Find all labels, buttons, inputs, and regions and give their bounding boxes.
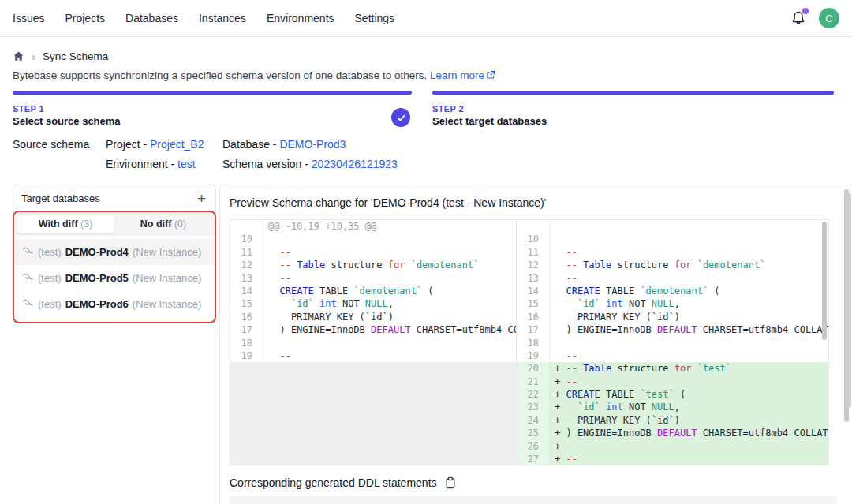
diff-line: 22+ CREATE TABLE `test` ( — [517, 388, 828, 401]
diff-line: 16 PRIMARY KEY (`id`) — [517, 311, 828, 323]
environment-link[interactable]: test — [178, 158, 196, 170]
line-number: 16 — [230, 311, 263, 323]
step-1-title: Select source schema — [13, 115, 412, 127]
db-environment: (test) — [38, 272, 62, 284]
window-scrollbar[interactable] — [846, 193, 851, 408]
breadcrumb: › Sync Schema — [13, 50, 839, 62]
line-number: 19 — [517, 349, 550, 362]
code-content: PRIMARY KEY (`id`) — [263, 311, 516, 323]
line-number: 17 — [517, 323, 550, 336]
line-number: 14 — [230, 285, 263, 297]
database-link[interactable]: DEMO-Prod3 — [279, 138, 346, 151]
clipboard-icon[interactable] — [444, 476, 457, 489]
code-content: `id` int NOT NULL, — [263, 297, 516, 310]
line-number: 17 — [230, 323, 263, 336]
step-2-label: STEP 2 — [432, 104, 834, 114]
diff-line: 17 ) ENGINE=InnoDB DEFAULT CHARSET=utf8m… — [517, 323, 828, 336]
code-content: @@ -10,19 +10,35 @@ — [263, 220, 516, 233]
source-schema-version-field: Schema version - 20230426121923 — [222, 158, 839, 170]
step-1: STEP 1 Select source schema — [13, 91, 412, 127]
no-diff-count: (0) — [174, 218, 186, 230]
target-databases-header: Target databases + — [13, 185, 215, 211]
step-indicator: STEP 1 Select source schema STEP 2 Selec… — [13, 91, 834, 127]
diff-line: 17 ) ENGINE=InnoDB DEFAULT CHARSET=utf8m… — [230, 323, 516, 336]
diff-line: 18 — [517, 337, 828, 349]
line-number — [230, 220, 263, 233]
code-content: ) ENGINE=InnoDB DEFAULT CHARSET=utf8mb4 … — [550, 323, 828, 336]
target-databases-title: Target databases — [21, 192, 100, 204]
intro-text: Bytebase supports synchronizing a specif… — [13, 69, 839, 81]
main-content: Target databases + With diff (3) No diff… — [13, 185, 838, 504]
code-content: -- Table structure for `demotenant` — [263, 259, 516, 271]
schema-diff-editor[interactable]: @@ -10,19 +10,35 @@1011 --12 -- Table st… — [230, 219, 829, 465]
code-content: + ) ENGINE=InnoDB DEFAULT CHARSET=utf8mb… — [550, 427, 828, 439]
diff-line: 11 -- — [230, 246, 516, 259]
nav-item-settings[interactable]: Settings — [355, 12, 395, 24]
home-icon[interactable] — [13, 50, 24, 62]
code-content: + -- — [550, 453, 828, 465]
diff-line: 13 -- — [517, 272, 828, 285]
db-instance-suffix: (New Instance) — [133, 298, 201, 310]
db-name: DEMO-Prod6 — [65, 298, 129, 310]
target-database-item[interactable]: (test) DEMO-Prod4 (New Instance) — [14, 239, 215, 265]
diff-line: 11 -- — [517, 246, 828, 259]
step-2-title: Select target databases — [432, 115, 834, 127]
nav-item-instances[interactable]: Instances — [199, 12, 246, 24]
mysql-icon — [22, 272, 34, 284]
diff-line: 21+ -- — [517, 375, 828, 388]
diff-line: 14 CREATE TABLE `demotenant` ( — [517, 285, 828, 297]
tab-with-diff[interactable]: With diff (3) — [17, 215, 114, 233]
diff-line: 16 PRIMARY KEY (`id`) — [230, 311, 516, 323]
nav-items: Issues Projects Databases Instances Envi… — [13, 12, 394, 24]
target-database-item[interactable]: (test) DEMO-Prod6 (New Instance) — [14, 291, 215, 317]
line-number: 13 — [230, 272, 263, 285]
code-content: -- — [263, 272, 516, 285]
add-target-database-button[interactable]: + — [196, 191, 207, 206]
nav-item-issues[interactable]: Issues — [13, 12, 44, 24]
db-instance-suffix: (New Instance) — [133, 272, 201, 284]
line-number: 10 — [517, 233, 550, 245]
step-1-bar — [13, 91, 412, 95]
diff-line: 23+ `id` int NOT NULL, — [517, 401, 828, 413]
nav-item-databases[interactable]: Databases — [125, 12, 178, 24]
source-database-field: Database - DEMO-Prod3 — [222, 138, 839, 151]
diff-line: @@ -10,19 +10,35 @@ — [230, 220, 516, 233]
notification-bell-button[interactable] — [790, 10, 806, 26]
line-number: 11 — [230, 246, 263, 259]
with-diff-count: (3) — [80, 218, 92, 230]
code-content: CREATE TABLE `demotenant` ( — [263, 285, 516, 297]
db-instance-suffix: (New Instance) — [133, 246, 201, 258]
code-content: ) ENGINE=InnoDB DEFAULT CHARSET=utf8mb4 … — [263, 323, 516, 336]
diff-line: 27+ -- — [517, 453, 828, 465]
avatar[interactable]: C — [819, 8, 839, 28]
diff-line: 14 CREATE TABLE `demotenant` ( — [230, 285, 516, 297]
target-databases-panel: Target databases + With diff (3) No diff… — [13, 185, 216, 323]
code-content: CREATE TABLE `demotenant` ( — [550, 285, 828, 297]
code-content — [263, 337, 516, 349]
tab-no-diff[interactable]: No diff (0) — [114, 215, 212, 233]
schema-version-link[interactable]: 20230426121923 — [312, 158, 398, 170]
diff-line: 19 -- — [230, 349, 516, 362]
project-link[interactable]: Project_B2 — [150, 138, 204, 151]
nav-item-environments[interactable]: Environments — [267, 12, 334, 24]
line-number: 15 — [517, 297, 550, 310]
target-databases-highlight-box: With diff (3) No diff (0) (test) DEMO-Pr… — [13, 211, 216, 323]
diff-line: 18 — [230, 337, 516, 349]
line-number: 12 — [230, 259, 263, 271]
nav-right: C — [790, 8, 839, 28]
line-number: 22 — [517, 388, 550, 401]
line-number: 10 — [230, 233, 263, 245]
step-1-complete-badge — [391, 108, 410, 127]
external-link-icon — [486, 70, 495, 80]
nav-item-projects[interactable]: Projects — [65, 12, 105, 24]
learn-more-link[interactable]: Learn more — [430, 69, 495, 81]
db-environment: (test) — [38, 246, 62, 258]
editor-scrollbar[interactable] — [822, 222, 827, 340]
line-number: 11 — [517, 246, 550, 259]
line-number: 27 — [517, 453, 550, 465]
target-database-item[interactable]: (test) DEMO-Prod5 (New Instance) — [14, 265, 215, 291]
diff-line: 10 — [230, 233, 516, 245]
diff-line: 10 — [517, 233, 828, 245]
diff-line: 25+ ) ENGINE=InnoDB DEFAULT CHARSET=utf8… — [517, 427, 828, 439]
ddl-section-header: Corresponding generated DDL statements — [220, 465, 852, 496]
